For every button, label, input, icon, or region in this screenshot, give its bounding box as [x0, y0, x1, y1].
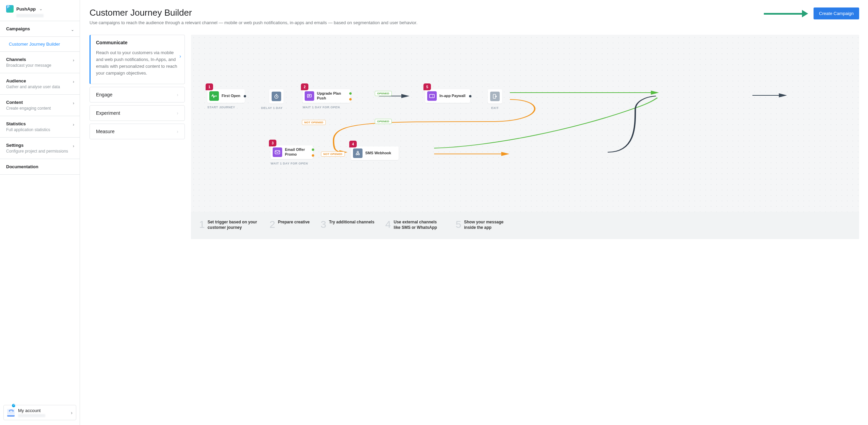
nav-campaigns-journey-builder[interactable]: Customer Journey Builder: [0, 37, 80, 52]
account-label: My account: [18, 408, 45, 413]
nav: Campaigns ⌄ Customer Journey Builder Cha…: [0, 21, 80, 175]
flow-node-exit[interactable]: EXIT: [488, 89, 502, 104]
node-badge: 4: [349, 141, 357, 147]
avatar-icon: [7, 409, 15, 416]
step-1: 1Set trigger based on your customer jour…: [199, 219, 259, 230]
flow-node-inapp-paywall[interactable]: 5 In-app Paywall: [425, 89, 470, 103]
pulse-icon: [209, 91, 219, 101]
nav-audience[interactable]: Audience Gather and analyse user data ›: [0, 73, 80, 95]
svg-point-5: [357, 151, 358, 153]
stopwatch-icon: [272, 92, 281, 101]
step-3: 3Try additional channels: [321, 219, 374, 230]
step-4: 4Use external channels like SMS or Whats…: [385, 219, 445, 230]
nav-content[interactable]: Content Create engaging content ›: [0, 95, 80, 116]
step-2: 2Prepare creative: [270, 219, 310, 230]
node-badge: 3: [269, 140, 276, 146]
workspace-subtitle-redacted: [16, 14, 44, 17]
account-email-redacted: [18, 414, 45, 417]
main: Customer Journey Builder Use campaigns t…: [80, 0, 868, 425]
flow-node-first-open[interactable]: 1 First Open START JOURNEY: [207, 89, 245, 103]
panel-communicate: Communicate Reach out to your customers …: [90, 35, 185, 84]
chevron-right-icon: ›: [71, 410, 73, 415]
page-title: Customer Journey Builder: [90, 7, 417, 18]
workspace-name: PushApp: [16, 6, 36, 12]
chevron-right-icon: ›: [177, 129, 178, 134]
nav-documentation[interactable]: Documentation: [0, 159, 80, 175]
ticket-icon: [427, 91, 437, 101]
panel-title: Communicate: [96, 40, 179, 45]
nav-settings[interactable]: Settings Configure project and permissio…: [0, 138, 80, 159]
flow-connectors: [194, 38, 856, 208]
tag-not-opened: NOT OPENED: [302, 120, 326, 125]
chevron-down-icon: ⌄: [39, 6, 43, 11]
webhook-icon: [353, 148, 363, 158]
tag-opened: OPENED: [375, 119, 392, 124]
chevron-right-icon: ›: [73, 144, 74, 148]
node-badge: 5: [423, 83, 431, 90]
panel-description: Reach out to your customers via mobile a…: [96, 49, 179, 77]
tag-opened: OPENED: [375, 91, 392, 96]
page-subtitle: Use campaigns to reach the audience thro…: [90, 20, 417, 25]
panel-measure[interactable]: Measure ›: [90, 124, 185, 139]
chevron-right-icon[interactable]: ›: [179, 53, 181, 59]
nav-channels[interactable]: Channels Broadcast your message ›: [0, 52, 80, 73]
account-switcher[interactable]: My account ›: [3, 405, 76, 420]
panel-engage[interactable]: Engage ›: [90, 87, 185, 103]
flow-node-upgrade-push[interactable]: 2 Upgrade Plan Push WAIT 1 DAY FOR OPEN: [303, 89, 350, 103]
nav-statistics[interactable]: Statistics Full application statistics ›: [0, 116, 80, 138]
chevron-right-icon: ›: [177, 92, 178, 97]
chat-icon: [305, 91, 314, 101]
panel-experiment[interactable]: Experiment ›: [90, 105, 185, 121]
chevron-right-icon: ›: [73, 101, 74, 106]
flow-node-sms-webhook[interactable]: 4 SMS Webhook: [351, 146, 399, 160]
node-badge: 2: [301, 83, 308, 90]
email-icon: [273, 147, 282, 157]
chevron-down-icon: ⌄: [71, 27, 74, 32]
sidebar: PushApp ⌄ Campaigns ⌄ Customer Journey B…: [0, 0, 80, 425]
chevron-right-icon: ›: [73, 79, 74, 84]
journey-canvas[interactable]: 1 First Open START JOURNEY: [191, 35, 859, 212]
svg-point-4: [358, 154, 359, 155]
step-5: 5Show your message inside the app: [456, 219, 515, 230]
journey-canvas-wrap: 1 First Open START JOURNEY: [191, 35, 859, 239]
chevron-right-icon: ›: [73, 122, 74, 127]
upload-badge-icon: [11, 403, 16, 408]
template-panels: Communicate Reach out to your customers …: [90, 35, 185, 239]
workspace-switcher[interactable]: PushApp ⌄: [6, 5, 74, 13]
flow-node-delay[interactable]: DELAY 1 DAY: [269, 89, 284, 104]
nav-campaigns[interactable]: Campaigns ⌄: [0, 21, 80, 37]
journey-steps: 1Set trigger based on your customer jour…: [191, 212, 859, 239]
chevron-right-icon: ›: [177, 110, 178, 116]
svg-point-3: [356, 154, 357, 155]
svg-rect-1: [307, 94, 311, 97]
annotation-arrow-icon: [764, 11, 808, 16]
node-badge: 1: [206, 83, 213, 90]
create-campaign-button[interactable]: Create Campaign: [814, 7, 859, 19]
chevron-right-icon: ›: [73, 58, 74, 63]
app-logo-icon: [6, 5, 14, 13]
flow-node-email-offer[interactable]: 3 Email Offer Promo WAIT 1 DAY FOR OPEN: [271, 145, 313, 159]
svg-rect-2: [275, 151, 280, 154]
svg-rect-6: [430, 94, 434, 98]
tag-not-opened: NOT OPENED: [321, 152, 345, 157]
exit-icon: [490, 92, 500, 101]
